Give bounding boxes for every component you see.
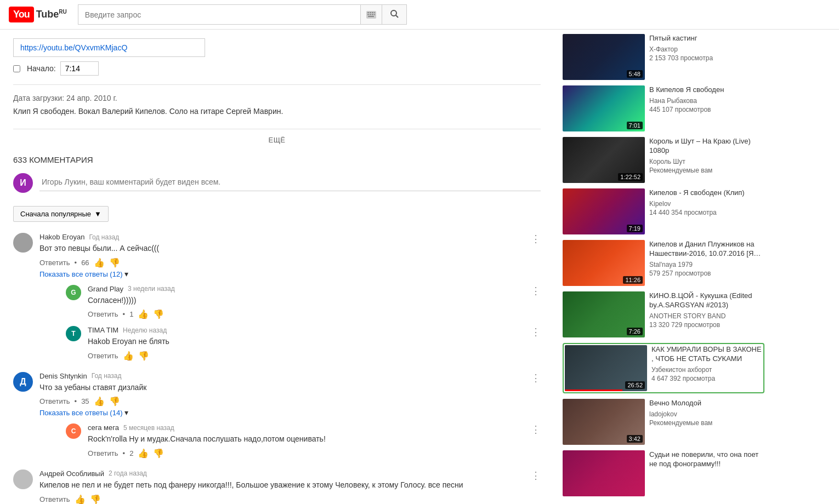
reply-like-icon-3[interactable]: 👍 bbox=[138, 448, 149, 459]
sidebar-video-views: 579 257 просмотров bbox=[649, 270, 764, 277]
start-time-label: Начало: bbox=[27, 64, 56, 73]
show-more-button[interactable]: ЕЩЁ bbox=[268, 136, 285, 144]
reply-button-3[interactable]: Ответить bbox=[39, 495, 70, 503]
search-button[interactable] bbox=[382, 4, 407, 25]
video-duration: 5:48 bbox=[627, 70, 643, 78]
reply-text-2: Hakob Eroyan не блять bbox=[88, 336, 541, 347]
youtube-logo[interactable]: You TubeRU bbox=[9, 7, 67, 22]
reply-like-icon[interactable]: 👍 bbox=[138, 309, 149, 319]
dislike-icon-2[interactable]: 👎 bbox=[109, 396, 120, 406]
start-time-input[interactable] bbox=[60, 61, 99, 76]
reply-actions-2: Ответить 👍 👎 bbox=[88, 351, 541, 361]
comment-like-count: 66 bbox=[81, 259, 89, 267]
url-section: https://youtu.be/QVxvmKMjacQ Начало: bbox=[13, 38, 541, 76]
reply-text: Согласен!))))) bbox=[88, 295, 541, 306]
show-replies-button-2[interactable]: Показать все ответы (14) ▾ bbox=[39, 406, 541, 417]
comment-author-3[interactable]: Андрей Особливый bbox=[39, 469, 104, 478]
comment-input[interactable] bbox=[39, 173, 541, 191]
sidebar-video-item[interactable]: Судьи не поверили, что она поет не под ф… bbox=[563, 450, 764, 496]
sort-chevron-icon: ▼ bbox=[94, 210, 101, 218]
reply-dislike-icon-2[interactable]: 👎 bbox=[138, 351, 149, 361]
reply-actions-3: Ответить • 2 👍 👎 bbox=[88, 448, 541, 459]
reply-like-icon-2[interactable]: 👍 bbox=[123, 351, 134, 361]
sidebar-video-info: Судьи не поверили, что она поет не под ф… bbox=[649, 450, 764, 496]
comments-count: 633 КОММЕНТАРИЯ bbox=[13, 155, 541, 164]
comment-avatar-3 bbox=[13, 469, 33, 489]
reply-body: Grand Play 3 недели назад Согласен!)))))… bbox=[88, 285, 541, 320]
svg-rect-9 bbox=[368, 16, 374, 17]
comment-actions-3: Ответить 👍 👎 bbox=[39, 494, 541, 504]
video-url[interactable]: https://youtu.be/QVxvmKMjacQ bbox=[13, 38, 205, 57]
sidebar-video-item[interactable]: 5:48 Пятый кастинг Х-Фактор 2 153 703 пр… bbox=[563, 34, 764, 80]
comment-time-2: Год назад bbox=[92, 372, 122, 380]
thumb-container: 5:48 bbox=[563, 34, 645, 80]
like-icon-3[interactable]: 👍 bbox=[75, 494, 86, 504]
svg-rect-4 bbox=[374, 12, 375, 13]
comment-header-2: Denis Shtynkin Год назад bbox=[39, 372, 541, 380]
sidebar-video-item[interactable]: 3:42 Вечно Молодой ladojokov Рекомендуем… bbox=[563, 399, 764, 445]
reply-button[interactable]: Ответить bbox=[39, 259, 70, 267]
sidebar-video-item[interactable]: 7:19 Кипелов - Я свободен (Клип) Kipelov… bbox=[563, 188, 764, 234]
thumb-container: 3:42 bbox=[563, 399, 645, 445]
dislike-icon-3[interactable]: 👎 bbox=[90, 494, 101, 504]
reply-author-2[interactable]: TIMA TIM bbox=[88, 326, 118, 334]
main-content: https://youtu.be/QVxvmKMjacQ Начало: Дат… bbox=[0, 30, 554, 504]
thumb-container: 7:19 bbox=[563, 188, 645, 234]
comment-more-button-2[interactable]: ⋮ bbox=[531, 372, 541, 384]
keyboard-icon-button[interactable] bbox=[360, 4, 382, 25]
reply-author[interactable]: Grand Play bbox=[88, 285, 123, 293]
video-thumbnail: 7:19 bbox=[563, 188, 645, 234]
reply-dislike-icon[interactable]: 👎 bbox=[153, 309, 164, 319]
reply-reply-button-2[interactable]: Ответить bbox=[88, 352, 118, 360]
reply-header: Grand Play 3 недели назад bbox=[88, 285, 541, 293]
comment-author[interactable]: Hakob Eroyan bbox=[39, 233, 84, 241]
dot-sep: • bbox=[123, 310, 126, 318]
like-icon-2[interactable]: 👍 bbox=[94, 396, 105, 406]
comment-avatar-2: Д bbox=[13, 372, 33, 392]
show-replies-button[interactable]: Показать все ответы (12) ▾ bbox=[39, 268, 541, 278]
main-layout: https://youtu.be/QVxvmKMjacQ Начало: Дат… bbox=[0, 30, 839, 504]
svg-rect-3 bbox=[372, 12, 373, 13]
reply-more-button-3[interactable]: ⋮ bbox=[531, 423, 541, 436]
sidebar-video-channel: Нана Рыбакова bbox=[649, 97, 764, 105]
video-thumbnail: 1:22:52 bbox=[563, 137, 645, 183]
sidebar-video-info: КАК УМИРАЛИ ВОРЫ В ЗАКОНЕ , ЧТОБ НЕ СТАТ… bbox=[651, 345, 762, 391]
sidebar-video-channel: ANOTHER STORY BAND bbox=[649, 312, 764, 320]
sidebar-video-info: Пятый кастинг Х-Фактор 2 153 703 просмот… bbox=[649, 34, 764, 80]
sidebar-video-item[interactable]: 7:26 КИНО.В.ЦОЙ - Кукушка (Edited by.A.S… bbox=[563, 291, 764, 337]
comment-author-2[interactable]: Denis Shtynkin bbox=[39, 372, 87, 380]
reply-header-2: TIMA TIM Неделю назад bbox=[88, 326, 541, 334]
video-thumbnail: 7:26 bbox=[563, 291, 645, 337]
reply-author-3[interactable]: сега мега bbox=[88, 423, 119, 432]
thumb-container: 7:26 bbox=[563, 291, 645, 337]
comments-section: 633 КОММЕНТАРИЯ И Сначала популярные ▼ H… bbox=[13, 155, 541, 504]
sidebar-video-channel: ladojokov bbox=[649, 410, 764, 418]
svg-line-11 bbox=[396, 15, 398, 18]
dislike-icon[interactable]: 👎 bbox=[109, 257, 120, 268]
sidebar-video-item[interactable]: 11:26 Кипелов и Данил Плужников на Нашес… bbox=[563, 240, 764, 286]
reply-time-2: Неделю назад bbox=[123, 327, 167, 334]
comment-more-button[interactable]: ⋮ bbox=[531, 233, 541, 245]
sort-button[interactable]: Сначала популярные ▼ bbox=[13, 206, 109, 222]
sidebar-video-info: Вечно Молодой ladojokov Рекомендуемые ва… bbox=[649, 399, 764, 445]
reply-reply-button[interactable]: Ответить bbox=[88, 310, 118, 318]
sidebar-video-item[interactable]: 26:52 КАК УМИРАЛИ ВОРЫ В ЗАКОНЕ , ЧТОБ Н… bbox=[563, 343, 764, 393]
reply-avatar: G bbox=[66, 285, 81, 300]
reply-more-button-2[interactable]: ⋮ bbox=[531, 326, 541, 338]
video-progress bbox=[565, 390, 622, 391]
thumb-container: 11:26 bbox=[563, 240, 645, 286]
reply-dislike-icon-3[interactable]: 👎 bbox=[153, 448, 164, 459]
reply-body-3: сега мега 5 месяцев назад Rock'n'rolla Н… bbox=[88, 423, 541, 459]
video-duration: 3:42 bbox=[627, 435, 643, 443]
comment-more-button-3[interactable]: ⋮ bbox=[531, 469, 541, 482]
start-time-checkbox[interactable] bbox=[13, 65, 20, 72]
like-icon[interactable]: 👍 bbox=[94, 257, 105, 268]
sidebar-video-item[interactable]: 1:22:52 Король и Шут – На Краю (Live) 10… bbox=[563, 137, 764, 183]
reply-more-button[interactable]: ⋮ bbox=[531, 285, 541, 297]
reply-button-2[interactable]: Ответить bbox=[39, 397, 70, 405]
search-input[interactable] bbox=[78, 4, 360, 25]
sidebar-video-info: Король и Шут – На Краю (Live) 1080p Коро… bbox=[649, 137, 764, 183]
sidebar-video-item[interactable]: 7:01 В Кипелов Я свободен Нана Рыбакова … bbox=[563, 85, 764, 131]
reply-reply-button-3[interactable]: Ответить bbox=[88, 449, 118, 457]
comment-body-2: Denis Shtynkin Год назад Что за уебаны с… bbox=[39, 372, 541, 459]
